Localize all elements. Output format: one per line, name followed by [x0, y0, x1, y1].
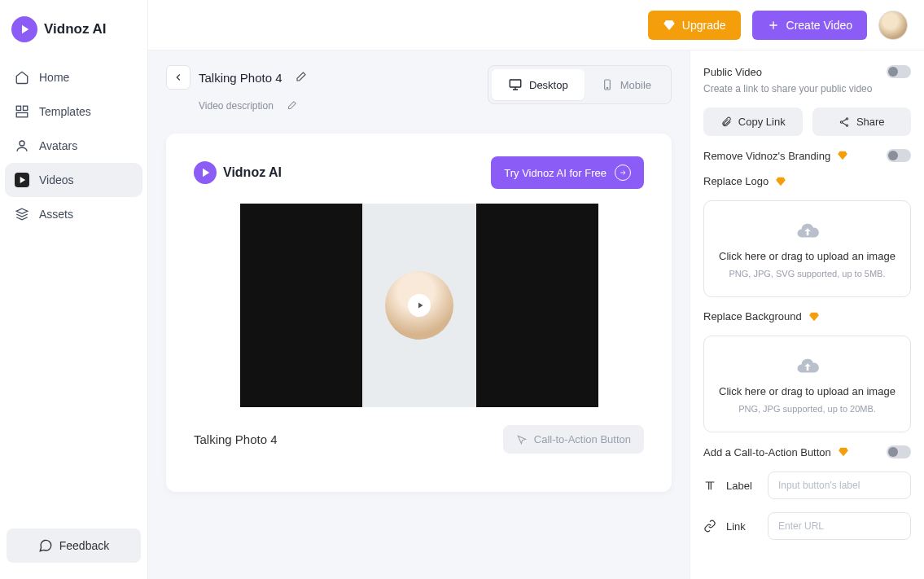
create-label: Create Video [786, 19, 852, 32]
arrow-right-icon [615, 164, 631, 181]
add-cta-toggle[interactable] [887, 445, 911, 458]
svg-rect-4 [510, 80, 521, 87]
upgrade-button[interactable]: Upgrade [648, 11, 741, 40]
avatar-thumbnail [385, 271, 453, 340]
cta-link-label: Link [726, 520, 758, 533]
premium-gem-icon [837, 150, 848, 161]
upload-bg-sub: PNG, JPG supported, up to 20MB. [738, 404, 876, 414]
svg-point-6 [607, 87, 607, 88]
play-icon [408, 294, 431, 317]
view-toggle: Desktop Mobile [488, 65, 672, 104]
topbar: Upgrade Create Video [148, 0, 924, 50]
brand-mark-icon [194, 161, 217, 184]
share-label: Share [856, 116, 885, 128]
brand-logo[interactable]: Vidnoz AI [0, 11, 147, 60]
nav-home[interactable]: Home [0, 60, 147, 94]
upload-bg-text: Click here or drag to upload an image [719, 385, 896, 397]
view-desktop-label: Desktop [529, 79, 568, 91]
preview-brand: Vidnoz AI [194, 161, 282, 184]
mobile-icon [601, 78, 614, 91]
copy-link-button[interactable]: Copy Link [703, 107, 803, 136]
settings-panel: Public Video Create a link to share your… [690, 50, 924, 579]
nav-label: Templates [39, 105, 91, 118]
cta-disabled-label: Call-to-Action Button [534, 433, 631, 445]
back-button[interactable] [166, 65, 190, 90]
upgrade-label: Upgrade [682, 19, 726, 32]
view-mobile-tab[interactable]: Mobile [585, 69, 668, 100]
nav-videos[interactable]: Videos [5, 163, 142, 197]
feedback-button[interactable]: Feedback [7, 529, 141, 563]
cta-button-disabled: Call-to-Action Button [503, 425, 644, 454]
nav-label: Videos [39, 173, 74, 186]
cursor-icon [516, 434, 528, 445]
upload-logo-text: Click here or drag to upload an image [719, 250, 896, 262]
nav-avatars[interactable]: Avatars [0, 129, 147, 163]
cta-label-input[interactable] [768, 472, 911, 499]
video-preview[interactable] [240, 204, 598, 407]
brand-name: Vidnoz AI [223, 165, 282, 180]
cloud-upload-icon [791, 219, 824, 243]
cta-link-input[interactable] [768, 512, 911, 540]
public-video-sub: Create a link to share your public video [703, 83, 911, 94]
attach-icon [720, 116, 732, 128]
svg-point-3 [20, 141, 24, 146]
edit-title-button[interactable] [291, 68, 310, 87]
home-icon [15, 70, 29, 85]
svg-rect-1 [24, 106, 28, 110]
user-avatar[interactable] [878, 11, 908, 40]
svg-rect-2 [16, 113, 28, 117]
cta-label-field-row: Label [703, 472, 911, 499]
nav-assets[interactable]: Assets [0, 197, 147, 231]
premium-gem-icon [775, 176, 786, 187]
nav-label: Avatars [39, 139, 77, 152]
video-title: Talking Photo 4 [199, 71, 282, 85]
share-button[interactable]: Share [812, 107, 912, 136]
link-icon [703, 520, 716, 533]
preview-title: Talking Photo 4 [194, 432, 278, 446]
videos-icon [15, 173, 29, 187]
create-video-button[interactable]: Create Video [752, 11, 867, 40]
add-cta-label: Add a Call-to-Action Button [703, 446, 831, 458]
brand-name: Vidnoz AI [44, 21, 107, 37]
cta-link-field-row: Link [703, 512, 911, 540]
feedback-icon [38, 538, 53, 553]
assets-icon [15, 207, 29, 222]
desktop-icon [508, 77, 523, 92]
nav-templates[interactable]: Templates [0, 94, 147, 129]
svg-rect-0 [16, 106, 20, 110]
premium-gem-icon [808, 311, 820, 322]
video-description: Video description [199, 100, 274, 112]
upload-logo-dropzone[interactable]: Click here or drag to upload an image PN… [703, 200, 911, 297]
public-video-label: Public Video [703, 66, 762, 78]
text-icon [703, 479, 716, 492]
preview-canvas: Vidnoz AI Try Vidnoz AI for Free [166, 134, 672, 492]
upload-bg-dropzone[interactable]: Click here or drag to upload an image PN… [703, 336, 911, 432]
try-free-button[interactable]: Try Vidnoz AI for Free [491, 156, 644, 189]
svg-point-9 [846, 124, 847, 125]
remove-branding-toggle[interactable] [887, 149, 911, 162]
copy-link-label: Copy Link [738, 116, 786, 128]
nav-label: Home [39, 71, 69, 84]
edit-description-button[interactable] [282, 96, 301, 116]
try-free-label: Try Vidnoz AI for Free [504, 167, 607, 179]
templates-icon [15, 104, 29, 119]
brand-mark-icon [11, 16, 37, 42]
avatars-icon [15, 138, 29, 153]
diamond-icon [663, 19, 676, 32]
remove-branding-label: Remove Vidnoz's Branding [703, 150, 830, 162]
feedback-label: Feedback [59, 539, 109, 552]
public-video-toggle[interactable] [887, 65, 911, 78]
plus-icon [767, 19, 780, 32]
premium-gem-icon [838, 446, 849, 458]
sidebar: Vidnoz AI Home Templates Avatars Videos … [0, 0, 148, 579]
nav-label: Assets [39, 208, 73, 221]
view-desktop-tab[interactable]: Desktop [492, 69, 585, 100]
upload-logo-sub: PNG, JPG, SVG supported, up to 5MB. [729, 269, 886, 279]
share-icon [839, 116, 850, 128]
svg-point-7 [846, 117, 847, 119]
cloud-upload-icon [791, 354, 824, 379]
replace-logo-label: Replace Logo [703, 175, 769, 187]
cta-label-label: Label [726, 480, 758, 492]
svg-point-8 [840, 121, 842, 122]
editor-area: Talking Photo 4 Video description [148, 50, 690, 579]
